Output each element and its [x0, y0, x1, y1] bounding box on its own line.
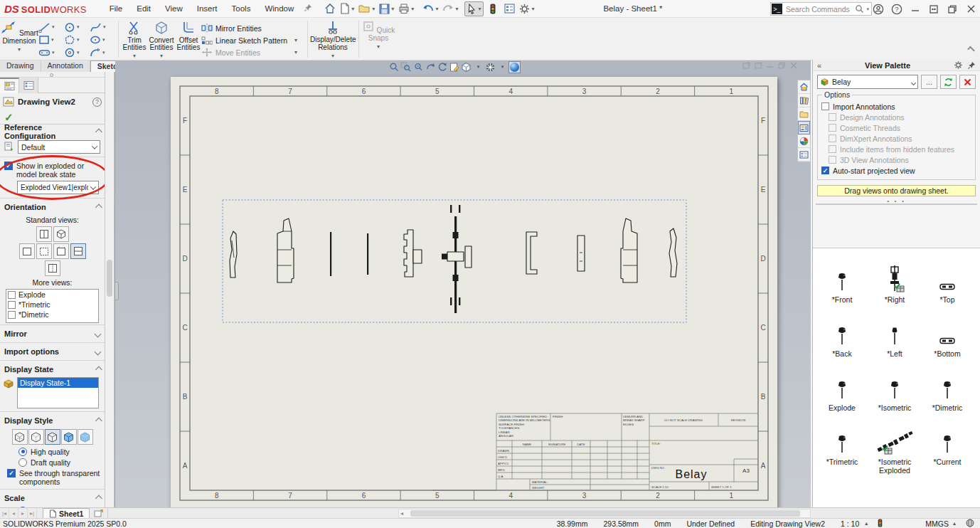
wireframe-style-button[interactable] [12, 429, 28, 445]
delete-button[interactable] [959, 75, 976, 89]
hidden-lines-removed-button[interactable] [45, 429, 60, 445]
hide-show-items-icon[interactable] [484, 61, 496, 73]
browse-button[interactable]: ... [921, 75, 937, 89]
palette-view-right[interactable]: *Right [868, 254, 921, 304]
more-views-item[interactable]: *Dimetric [6, 310, 98, 320]
previous-view-icon[interactable] [424, 61, 436, 73]
status-traffic-light-icon[interactable] [878, 519, 883, 528]
ellipse-tool[interactable]: ▾ [90, 33, 115, 46]
checkbox-icon[interactable] [821, 102, 829, 110]
palette-splitter[interactable]: • • • [816, 199, 977, 205]
palette-option-import-annotations[interactable]: Import Annotations [821, 101, 971, 112]
ok-check-icon[interactable]: ✓ [4, 111, 14, 124]
view-front-button[interactable] [19, 243, 35, 259]
arc-tool[interactable]: ▾ [64, 46, 90, 59]
radio-icon[interactable] [18, 458, 27, 467]
add-sheet-button[interactable] [90, 508, 108, 519]
view-left-button[interactable] [53, 243, 69, 259]
scale-caret-icon[interactable]: ▴ [865, 520, 868, 527]
sheet-nav-last[interactable]: ▸| [28, 508, 37, 518]
spline-tool[interactable]: ▾ [90, 21, 115, 33]
move-entities-button[interactable]: Move Entities [201, 46, 294, 58]
appearances-icon[interactable] [798, 134, 810, 148]
fillet-tool[interactable]: ▾ [90, 46, 115, 59]
offset-entities-button[interactable]: Offset Entities [175, 21, 202, 52]
file-explorer-icon[interactable] [798, 107, 810, 121]
refresh-button[interactable] [940, 75, 957, 89]
search-icon[interactable] [855, 4, 864, 14]
horizontal-scrollbar[interactable]: ◂ [398, 509, 811, 518]
traffic-light-icon[interactable] [488, 2, 498, 16]
open-document-button[interactable]: ▾ [356, 2, 377, 15]
apply-scene-button[interactable] [508, 61, 521, 73]
model-select[interactable]: Belay [817, 75, 918, 89]
view-isometric-button[interactable] [53, 226, 69, 242]
linear-pattern-dropdown[interactable]: ▾ [294, 34, 297, 46]
display-style-icon[interactable] [460, 61, 472, 73]
home-button[interactable] [322, 1, 338, 16]
section-orientation[interactable]: Orientation [0, 200, 105, 214]
redo-button[interactable]: ▾ [440, 3, 460, 15]
view-palette-tab-icon[interactable] [798, 121, 810, 134]
minimize-button[interactable] [906, 0, 925, 18]
undo-button[interactable]: ▾ [420, 3, 440, 15]
more-views-item[interactable]: *Trimetric [6, 300, 98, 310]
sheet-nav-first[interactable]: |◂ [0, 508, 9, 518]
trim-entities-button[interactable]: Trim Entities▾ [121, 21, 148, 60]
view-right-button[interactable] [70, 243, 86, 259]
menu-edit[interactable]: Edit [129, 1, 158, 16]
scroll-left-arrow[interactable]: ◂ [400, 510, 403, 517]
menu-tools[interactable]: Tools [225, 1, 258, 16]
zoom-to-fit-icon[interactable] [388, 61, 400, 73]
display-pane-tab[interactable] [19, 78, 38, 93]
panel-splitter-handle[interactable] [115, 282, 119, 300]
units-label[interactable]: MMGS [925, 519, 949, 528]
palette-view-explode[interactable]: Explode [816, 362, 868, 412]
restore-button[interactable] [943, 0, 962, 18]
more-views-item[interactable]: Explode [6, 290, 98, 300]
zoom-in-out-icon[interactable] [412, 61, 424, 73]
palette-view-front[interactable]: *Front [816, 254, 868, 304]
quality-option[interactable]: High quality [0, 446, 105, 457]
transparent-checkbox-row[interactable]: See through transparent components [0, 468, 105, 487]
palette-view-back[interactable]: *Back [816, 308, 868, 358]
chevron-up-icon[interactable] [95, 417, 102, 424]
mirror-entities-button[interactable]: Mirror Entities [201, 22, 294, 34]
property-manager-tab[interactable] [0, 78, 19, 93]
checkbox-icon[interactable] [4, 162, 13, 170]
close-button[interactable] [962, 0, 980, 18]
gear-icon[interactable] [954, 60, 963, 70]
panel-top-splitter[interactable] [0, 72, 105, 78]
options-list-icon[interactable] [502, 2, 517, 15]
redraw-icon[interactable] [436, 61, 448, 73]
scrollbar-thumb[interactable] [107, 260, 112, 297]
chevron-up-icon[interactable] [95, 495, 102, 502]
display-state-list[interactable]: Display State-1 [17, 377, 99, 408]
collapse-ribbon-chevron[interactable] [967, 46, 975, 54]
palette-view-top[interactable]: *Top [921, 254, 974, 304]
shaded-with-edges-button[interactable] [61, 429, 77, 445]
graphics-area[interactable]: 87654321 87654321 FEDCBA FEDCBA [115, 60, 811, 507]
search-launcher-icon[interactable]: >_ [772, 4, 782, 14]
checkbox-icon[interactable] [8, 291, 16, 299]
zoom-to-area-icon[interactable] [400, 61, 412, 73]
search-input[interactable]: Search Commands [782, 5, 855, 14]
sheet-tab-active[interactable]: Sheet1 [43, 508, 90, 519]
doc-restore-icon[interactable] [778, 62, 786, 70]
expand-button[interactable] [925, 0, 943, 18]
checkbox-icon[interactable] [8, 301, 16, 309]
help-icon[interactable]: ? [888, 0, 906, 18]
palette-view-isometric-exploded[interactable]: *Isometric Exploded [868, 416, 921, 475]
settings-gear-button[interactable]: ▾ [517, 2, 536, 16]
horizontal-scrollbar-thumb[interactable] [410, 510, 800, 517]
doc-cascade-icon[interactable] [755, 62, 762, 70]
section-reference-configuration[interactable]: Reference Configuration [0, 125, 105, 139]
move-entities-dropdown[interactable]: ▾ [294, 46, 297, 58]
palette-option-auto-start-projected-view[interactable]: Auto-start projected view [821, 165, 971, 176]
menu-window[interactable]: Window [257, 1, 301, 16]
quick-snaps-button[interactable]: Quick Snaps▾ [361, 20, 395, 51]
sheet-nav-next[interactable]: ▸ [18, 508, 28, 518]
section-scale[interactable]: Scale [0, 491, 105, 505]
chevron-up-icon[interactable] [95, 128, 102, 135]
display-delete-relations-button[interactable]: Display/Delete Relations▾ [310, 20, 356, 60]
